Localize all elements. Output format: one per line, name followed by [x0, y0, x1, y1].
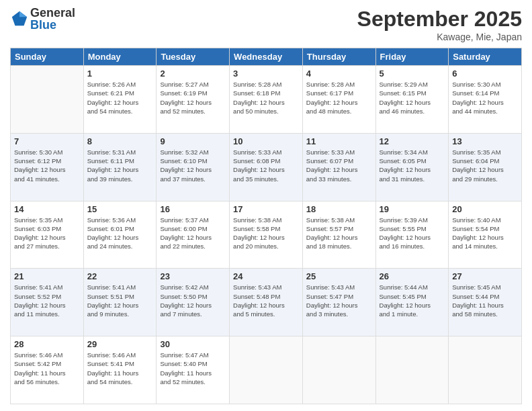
day-info: Sunrise: 5:42 AMSunset: 5:50 PMDaylight:…: [160, 283, 226, 318]
table-row: 17Sunrise: 5:38 AMSunset: 5:58 PMDayligh…: [230, 201, 303, 269]
table-row: [230, 336, 303, 404]
table-row: [11, 66, 84, 134]
day-number: 4: [306, 68, 372, 79]
day-info: Sunrise: 5:46 AMSunset: 5:42 PMDaylight:…: [14, 351, 80, 386]
table-row: 10Sunrise: 5:33 AMSunset: 6:08 PMDayligh…: [230, 133, 303, 201]
day-info: Sunrise: 5:34 AMSunset: 6:05 PMDaylight:…: [380, 148, 445, 183]
day-number: 28: [14, 339, 80, 349]
day-info: Sunrise: 5:33 AMSunset: 6:08 PMDaylight:…: [233, 148, 299, 183]
table-row: [375, 336, 449, 404]
table-row: 8Sunrise: 5:31 AMSunset: 6:11 PMDaylight…: [83, 133, 157, 201]
day-number: 1: [87, 68, 153, 79]
col-thursday: Thursday: [302, 48, 375, 66]
logo-text: General Blue: [30, 7, 75, 31]
table-row: 21Sunrise: 5:41 AMSunset: 5:52 PMDayligh…: [11, 269, 84, 336]
table-row: 9Sunrise: 5:32 AMSunset: 6:10 PMDaylight…: [157, 133, 230, 201]
table-row: 12Sunrise: 5:34 AMSunset: 6:05 PMDayligh…: [375, 133, 449, 201]
day-number: 16: [160, 204, 226, 214]
day-info: Sunrise: 5:39 AMSunset: 5:55 PMDaylight:…: [380, 216, 445, 251]
day-number: 10: [233, 136, 299, 146]
calendar-week-2: 7Sunrise: 5:30 AMSunset: 6:12 PMDaylight…: [11, 133, 522, 201]
table-row: 27Sunrise: 5:45 AMSunset: 5:44 PMDayligh…: [449, 269, 522, 336]
calendar-week-4: 21Sunrise: 5:41 AMSunset: 5:52 PMDayligh…: [11, 269, 522, 336]
day-number: 13: [452, 136, 518, 146]
day-info: Sunrise: 5:26 AMSunset: 6:21 PMDaylight:…: [87, 80, 153, 116]
day-number: 17: [233, 204, 299, 214]
calendar-body: 1Sunrise: 5:26 AMSunset: 6:21 PMDaylight…: [11, 66, 522, 404]
logo-icon: [10, 9, 29, 28]
day-number: 26: [380, 271, 445, 281]
table-row: 5Sunrise: 5:29 AMSunset: 6:15 PMDaylight…: [375, 66, 449, 134]
day-info: Sunrise: 5:33 AMSunset: 6:07 PMDaylight:…: [306, 148, 372, 183]
day-info: Sunrise: 5:35 AMSunset: 6:04 PMDaylight:…: [452, 148, 518, 183]
calendar-header: Sunday Monday Tuesday Wednesday Thursday…: [11, 48, 522, 66]
svg-marker-1: [19, 11, 27, 17]
table-row: 2Sunrise: 5:27 AMSunset: 6:19 PMDaylight…: [157, 66, 230, 134]
table-row: 24Sunrise: 5:43 AMSunset: 5:48 PMDayligh…: [230, 269, 303, 336]
day-info: Sunrise: 5:31 AMSunset: 6:11 PMDaylight:…: [87, 148, 153, 183]
day-info: Sunrise: 5:27 AMSunset: 6:19 PMDaylight:…: [160, 80, 226, 116]
day-number: 21: [14, 271, 80, 281]
table-row: 20Sunrise: 5:40 AMSunset: 5:54 PMDayligh…: [449, 201, 522, 269]
day-number: 18: [306, 204, 372, 214]
col-wednesday: Wednesday: [230, 48, 303, 66]
day-number: 22: [87, 271, 153, 281]
day-number: 29: [87, 339, 153, 349]
table-row: 28Sunrise: 5:46 AMSunset: 5:42 PMDayligh…: [11, 336, 84, 404]
table-row: 1Sunrise: 5:26 AMSunset: 6:21 PMDaylight…: [83, 66, 157, 134]
day-info: Sunrise: 5:32 AMSunset: 6:10 PMDaylight:…: [160, 148, 226, 183]
day-info: Sunrise: 5:41 AMSunset: 5:52 PMDaylight:…: [14, 283, 80, 318]
day-info: Sunrise: 5:45 AMSunset: 5:44 PMDaylight:…: [452, 283, 518, 318]
table-row: 11Sunrise: 5:33 AMSunset: 6:07 PMDayligh…: [302, 133, 375, 201]
day-info: Sunrise: 5:30 AMSunset: 6:14 PMDaylight:…: [452, 80, 518, 116]
table-row: 16Sunrise: 5:37 AMSunset: 6:00 PMDayligh…: [157, 201, 230, 269]
day-info: Sunrise: 5:44 AMSunset: 5:45 PMDaylight:…: [380, 283, 445, 318]
day-number: 5: [380, 68, 445, 79]
day-number: 8: [87, 136, 153, 146]
day-info: Sunrise: 5:43 AMSunset: 5:48 PMDaylight:…: [233, 283, 299, 318]
table-row: [302, 336, 375, 404]
table-row: 13Sunrise: 5:35 AMSunset: 6:04 PMDayligh…: [449, 133, 522, 201]
logo-blue: Blue: [30, 19, 75, 31]
table-row: 26Sunrise: 5:44 AMSunset: 5:45 PMDayligh…: [375, 269, 449, 336]
day-info: Sunrise: 5:29 AMSunset: 6:15 PMDaylight:…: [380, 80, 445, 116]
day-info: Sunrise: 5:47 AMSunset: 5:40 PMDaylight:…: [160, 351, 226, 386]
day-info: Sunrise: 5:30 AMSunset: 6:12 PMDaylight:…: [14, 148, 80, 183]
title-section: September 2025 Kawage, Mie, Japan: [357, 7, 522, 42]
location: Kawage, Mie, Japan: [357, 32, 522, 42]
day-number: 15: [87, 204, 153, 214]
table-row: [449, 336, 522, 404]
col-friday: Friday: [375, 48, 449, 66]
day-info: Sunrise: 5:43 AMSunset: 5:47 PMDaylight:…: [306, 283, 372, 318]
day-info: Sunrise: 5:28 AMSunset: 6:17 PMDaylight:…: [306, 80, 372, 116]
day-number: 24: [233, 271, 299, 281]
day-info: Sunrise: 5:38 AMSunset: 5:58 PMDaylight:…: [233, 216, 299, 251]
day-number: 27: [452, 271, 518, 281]
logo-general: General: [30, 7, 75, 19]
table-row: 4Sunrise: 5:28 AMSunset: 6:17 PMDaylight…: [302, 66, 375, 134]
day-number: 9: [160, 136, 226, 146]
day-info: Sunrise: 5:40 AMSunset: 5:54 PMDaylight:…: [452, 216, 518, 251]
table-row: 15Sunrise: 5:36 AMSunset: 6:01 PMDayligh…: [83, 201, 157, 269]
day-number: 6: [452, 68, 518, 79]
day-number: 2: [160, 68, 226, 79]
day-info: Sunrise: 5:35 AMSunset: 6:03 PMDaylight:…: [14, 216, 80, 251]
table-row: 25Sunrise: 5:43 AMSunset: 5:47 PMDayligh…: [302, 269, 375, 336]
table-row: 18Sunrise: 5:38 AMSunset: 5:57 PMDayligh…: [302, 201, 375, 269]
day-info: Sunrise: 5:37 AMSunset: 6:00 PMDaylight:…: [160, 216, 226, 251]
calendar-week-5: 28Sunrise: 5:46 AMSunset: 5:42 PMDayligh…: [11, 336, 522, 404]
day-number: 23: [160, 271, 226, 281]
day-number: 25: [306, 271, 372, 281]
table-row: 3Sunrise: 5:28 AMSunset: 6:18 PMDaylight…: [230, 66, 303, 134]
day-info: Sunrise: 5:41 AMSunset: 5:51 PMDaylight:…: [87, 283, 153, 318]
col-tuesday: Tuesday: [157, 48, 230, 66]
col-monday: Monday: [83, 48, 157, 66]
logo: General Blue: [10, 7, 75, 31]
day-number: 7: [14, 136, 80, 146]
col-sunday: Sunday: [11, 48, 84, 66]
table-row: 7Sunrise: 5:30 AMSunset: 6:12 PMDaylight…: [11, 133, 84, 201]
header: General Blue September 2025 Kawage, Mie,…: [10, 7, 522, 42]
col-saturday: Saturday: [449, 48, 522, 66]
day-info: Sunrise: 5:46 AMSunset: 5:41 PMDaylight:…: [87, 351, 153, 386]
table-row: 23Sunrise: 5:42 AMSunset: 5:50 PMDayligh…: [157, 269, 230, 336]
